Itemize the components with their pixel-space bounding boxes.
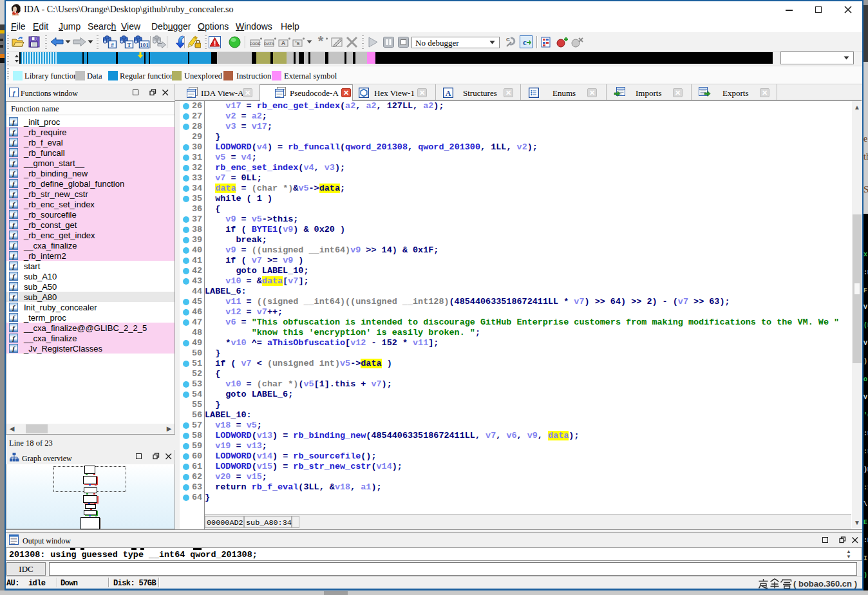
svg-text:#: #	[111, 42, 114, 48]
svg-text:C: C	[506, 37, 510, 42]
svg-text:DATA: DATA	[264, 42, 274, 46]
svg-text:c: c	[523, 37, 527, 47]
svg-text:CODE: CODE	[250, 42, 261, 46]
svg-text:T: T	[127, 42, 131, 48]
svg-text:'s: 's	[295, 40, 299, 46]
svg-text:101: 101	[140, 42, 149, 48]
svg-text:A: A	[281, 40, 286, 46]
svg-text:A: A	[446, 89, 451, 98]
svg-text:64: 64	[13, 11, 18, 15]
svg-text:*: *	[318, 36, 324, 48]
